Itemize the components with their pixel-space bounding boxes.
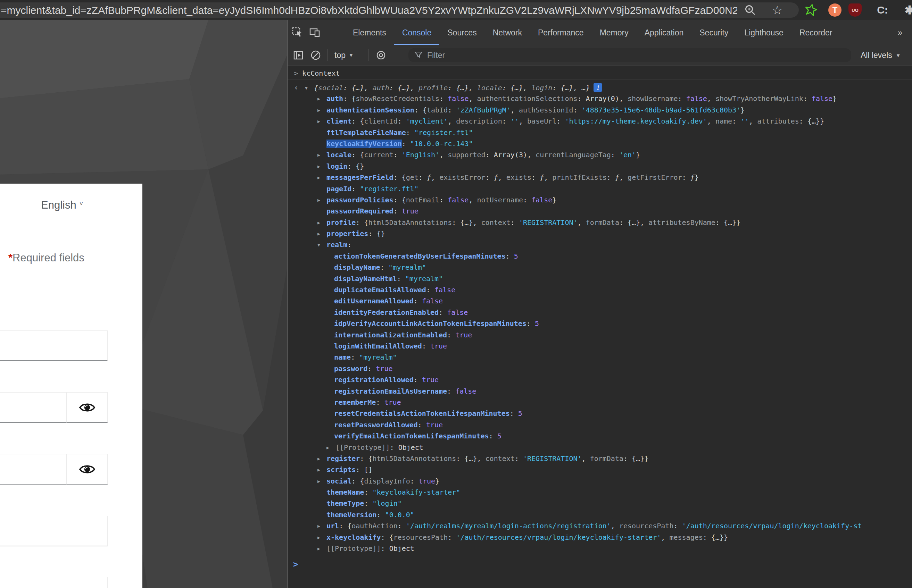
tab-console[interactable]: Console bbox=[394, 20, 439, 45]
bookmark-star-icon[interactable]: ☆ bbox=[770, 3, 784, 17]
console-token: : {…}, …} bbox=[552, 84, 590, 92]
disclosure-triangle-icon[interactable]: ▶ bbox=[317, 105, 327, 116]
disclosure-triangle-icon[interactable]: ▼ bbox=[305, 82, 314, 93]
disclosure-triangle-icon[interactable]: ▼ bbox=[317, 239, 327, 250]
eye-icon bbox=[79, 401, 95, 414]
disclosure-triangle-icon[interactable]: ▶ bbox=[317, 161, 327, 172]
console-token: context bbox=[485, 454, 515, 463]
password-visibility-toggle-2[interactable] bbox=[66, 454, 108, 485]
console-result-preview-row: ‹▼{social: {…}, auth: {…}, profile: {…},… bbox=[288, 82, 912, 93]
console-token: '/auth/resources/vrpau/login/keycloakify… bbox=[682, 522, 862, 530]
console-row: keycloakifyVersion: "10.0.0-rc.143" bbox=[288, 138, 912, 149]
tab-application[interactable]: Application bbox=[637, 20, 692, 45]
tab-lighthouse[interactable]: Lighthouse bbox=[736, 20, 791, 45]
live-expression-eye-icon[interactable] bbox=[374, 48, 388, 63]
console-token: true bbox=[422, 376, 439, 384]
console-filter-input[interactable]: Filter bbox=[408, 48, 851, 62]
disclosure-triangle-icon[interactable]: ▶ bbox=[317, 476, 327, 487]
console-rows: > kcContext‹▼{social: {…}, auth: {…}, pr… bbox=[288, 65, 912, 570]
tab-sources[interactable]: Sources bbox=[439, 20, 485, 45]
console-token: true bbox=[426, 421, 443, 429]
console-token: : bbox=[678, 94, 686, 103]
tab-recorder[interactable]: Recorder bbox=[791, 20, 841, 45]
password-input-2[interactable] bbox=[0, 454, 66, 485]
console-token: , bbox=[611, 522, 619, 530]
tab-memory[interactable]: Memory bbox=[592, 20, 637, 45]
extension-partial-icon[interactable]: ✱ bbox=[903, 3, 912, 17]
disclosure-triangle-icon[interactable]: ▶ bbox=[317, 195, 327, 205]
console-token: : Array(0), bbox=[577, 94, 628, 103]
console-token: messages bbox=[669, 533, 703, 541]
info-badge-icon[interactable]: i bbox=[593, 83, 602, 92]
password-visibility-toggle-1[interactable] bbox=[66, 392, 108, 423]
console-token: kcContext bbox=[302, 69, 340, 78]
browser-toolbar: =myclient&tab_id=zZAfBubPRgM&client_data… bbox=[0, 0, 912, 21]
disclosure-triangle-icon[interactable]: ▶ bbox=[317, 172, 327, 183]
disclosure-triangle-icon[interactable]: ▶ bbox=[317, 464, 327, 475]
device-toolbar-icon[interactable] bbox=[308, 25, 322, 40]
console-token: displayNameHtml bbox=[334, 275, 397, 283]
disclosure-triangle-icon[interactable]: ▶ bbox=[317, 150, 327, 160]
address-bar[interactable]: =myclient&tab_id=zZAfBubPRgM&client_data… bbox=[0, 2, 799, 18]
extension-t-icon[interactable]: T bbox=[828, 3, 841, 17]
console-row: themeType: "login" bbox=[288, 498, 912, 509]
text-input-3-partial[interactable] bbox=[0, 577, 108, 588]
url-text[interactable]: =myclient&tab_id=zZAfBubPRgM&client_data… bbox=[1, 2, 737, 18]
disclosure-triangle-icon[interactable]: ▶ bbox=[317, 521, 327, 531]
console-row: duplicateEmailsAllowed: false bbox=[288, 284, 912, 296]
text-input-2[interactable] bbox=[0, 516, 108, 546]
extension-cz-icon[interactable]: C: bbox=[876, 3, 889, 17]
disclosure-triangle-icon[interactable]: ▶ bbox=[317, 532, 327, 543]
required-fields-note: *Required fields bbox=[8, 252, 84, 264]
console-row: displayNameHtml: "myrealm" bbox=[288, 273, 912, 284]
disclosure-triangle-icon[interactable]: ▶ bbox=[317, 543, 327, 554]
console-token: , bbox=[469, 196, 477, 204]
language-selector[interactable]: English˅ bbox=[41, 199, 83, 212]
tab-elements[interactable]: Elements bbox=[345, 20, 394, 45]
console-token: : bbox=[485, 173, 494, 181]
console-token: , bbox=[431, 173, 439, 181]
console-token: social bbox=[327, 477, 351, 485]
execution-context-selector[interactable]: top ▼ bbox=[335, 45, 354, 65]
console-token: false bbox=[531, 196, 552, 204]
disclosure-triangle-icon[interactable]: ▶ bbox=[327, 442, 335, 453]
console-token: context bbox=[481, 218, 511, 227]
password-input-1[interactable] bbox=[0, 392, 66, 423]
console-token: : bbox=[447, 331, 455, 339]
console-token: passwordRequired bbox=[327, 207, 393, 215]
more-tabs-button[interactable]: » bbox=[898, 28, 902, 37]
eye-icon bbox=[79, 463, 95, 475]
console-token: false bbox=[422, 297, 443, 305]
tab-performance[interactable]: Performance bbox=[530, 20, 592, 45]
tab-network[interactable]: Network bbox=[485, 20, 530, 45]
text-input-1[interactable] bbox=[0, 330, 108, 361]
extension-shield-icon[interactable]: UO bbox=[849, 3, 862, 17]
console-token: '/auth/resources/vrpau/login/keycloakify… bbox=[456, 533, 661, 541]
extension-green-star-icon[interactable] bbox=[804, 3, 818, 17]
disclosure-triangle-icon[interactable]: ▶ bbox=[317, 217, 327, 228]
log-levels-selector[interactable]: All levels ▼ bbox=[860, 45, 901, 65]
console-token: ƒ bbox=[690, 173, 695, 181]
console-echo-row: > kcContext bbox=[288, 67, 912, 79]
inspect-element-icon[interactable] bbox=[290, 25, 305, 40]
required-asterisk: * bbox=[8, 252, 13, 264]
console-token: true bbox=[419, 477, 435, 485]
console-sidebar-toggle-icon[interactable] bbox=[291, 48, 306, 63]
disclosure-triangle-icon[interactable]: ▶ bbox=[317, 228, 327, 239]
console-token: : bbox=[347, 241, 351, 249]
console-row: ▶properties: {} bbox=[288, 228, 912, 239]
clear-console-icon[interactable] bbox=[309, 48, 323, 63]
disclosure-triangle-icon[interactable]: ▶ bbox=[317, 453, 327, 464]
console-token: authenticationSession bbox=[327, 106, 414, 114]
zoom-page-icon[interactable] bbox=[743, 3, 757, 17]
disclosure-triangle-icon[interactable]: ▶ bbox=[317, 94, 327, 104]
console-token: url bbox=[327, 522, 339, 530]
console-row: registrationEmailAsUsername: false bbox=[288, 386, 912, 397]
console-token: '48873e35-15e6-48db-b9ad-561fd63c80b3' bbox=[582, 106, 741, 114]
console-token: '/auth/realms/myrealm/login-actions/regi… bbox=[406, 522, 611, 530]
disclosure-triangle-icon[interactable]: ▶ bbox=[317, 116, 327, 127]
console-token: : bbox=[448, 106, 456, 114]
console-token: messagesPerField bbox=[327, 173, 393, 181]
console-token: 5 bbox=[497, 432, 501, 440]
tab-security[interactable]: Security bbox=[692, 20, 736, 45]
